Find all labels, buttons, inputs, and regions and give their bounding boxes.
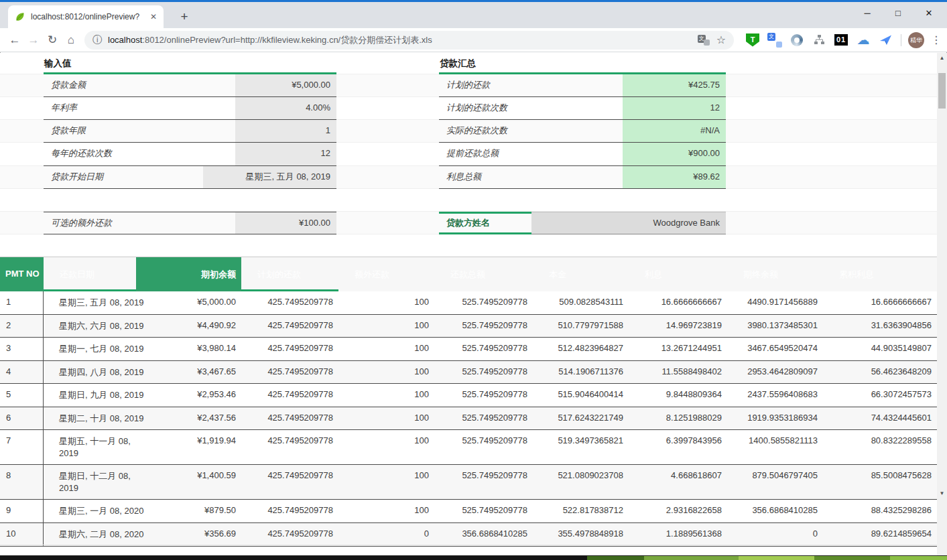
toolbar-divider — [901, 34, 901, 46]
page-info-icon[interactable]: ⓘ — [92, 34, 102, 46]
summary-value: ¥89.62 — [623, 166, 726, 188]
schedule-cell: 1 — [0, 291, 44, 314]
input-row: 贷款年限 1 — [44, 120, 336, 143]
scroll-down-icon[interactable]: ▼ — [937, 488, 947, 499]
vertical-scrollbar[interactable]: ▲ ▼ — [937, 53, 947, 556]
tab-close-icon[interactable]: ✕ — [150, 12, 157, 21]
extension-swirl-icon[interactable] — [790, 33, 804, 48]
schedule-cell: 3 — [0, 338, 44, 360]
home-icon[interactable]: ⌂ — [62, 33, 80, 47]
url-host: localhost — [108, 35, 142, 45]
schedule-cell: 525.7495209778 — [434, 315, 533, 336]
schedule-cell: 519.3497365821 — [533, 430, 629, 451]
schedule-cell: 星期六, 六月 08, 2019 — [44, 315, 136, 338]
schedule-header-cell: PMT NO — [0, 257, 44, 291]
translate-page-icon[interactable]: 文 — [698, 35, 710, 46]
extension-sitemap-icon[interactable] — [812, 33, 826, 48]
schedule-cell: 512.4823964827 — [533, 338, 629, 358]
scrollbar-thumb[interactable] — [938, 73, 946, 109]
schedule-cell: 521.0809023708 — [533, 465, 629, 486]
schedule-cell: 1919.9353186934 — [727, 407, 823, 428]
desktop-wallpaper-edge — [0, 555, 947, 560]
extension-translate-icon[interactable]: 文 — [767, 33, 782, 48]
schedule-row: 5星期日, 九月 08, 2019¥2,953.46425.7495209778… — [0, 384, 937, 407]
schedule-cell: 星期日, 九月 08, 2019 — [44, 384, 136, 407]
schedule-cell: ¥3,467.65 — [136, 361, 241, 382]
schedule-cell: 425.7495209778 — [241, 430, 338, 451]
input-value: 12 — [235, 143, 336, 165]
schedule-cell: 2953.4642809097 — [727, 361, 823, 382]
browser-tab[interactable]: localhost:8012/onlinePreview? ✕ — [8, 5, 164, 28]
schedule-cell: 425.7495209778 — [241, 384, 338, 405]
minimize-button[interactable]: ─ — [852, 2, 883, 25]
schedule-row: 8星期日, 十二月 08, 2019¥1,400.59425.749520977… — [0, 465, 937, 500]
scroll-up-icon[interactable]: ▲ — [937, 53, 947, 64]
address-bar[interactable]: ⓘ localhost:8012/onlinePreview?url=http:… — [84, 31, 734, 50]
schedule-cell: 100 — [338, 291, 434, 312]
schedule-cell: 879.5046797405 — [727, 465, 823, 486]
schedule-cell: 74.4324445601 — [823, 407, 937, 428]
summary-label: 实际的还款次数 — [439, 120, 623, 142]
schedule-row: 6星期二, 十月 08, 2019¥2,437.56425.7495209778… — [0, 407, 937, 431]
input-label: 年利率 — [44, 97, 235, 119]
schedule-cell: ¥3,980.14 — [136, 338, 241, 358]
schedule-cell: ¥5,000.00 — [136, 291, 241, 312]
schedule-header-cell: 额外还款 — [338, 257, 434, 291]
schedule-cell: 3467.6549520474 — [727, 338, 823, 358]
input-label: 每年的还款次数 — [44, 143, 235, 165]
schedule-row: 10星期六, 二月 08, 2020¥356.69425.74952097780… — [0, 523, 937, 547]
preview-content: 输入值 贷款汇总 贷款金额 ¥5,000.00 年利率 4.00% 贷款年限 1… — [0, 53, 937, 556]
schedule-cell: 8.1251988029 — [629, 407, 727, 428]
schedule-cell: 425.7495209778 — [241, 500, 338, 520]
schedule-cell: 100 — [338, 384, 434, 405]
browser-window: localhost:8012/onlinePreview? ✕ + ─ □ ✕ … — [0, 0, 947, 560]
extension-01-badge[interactable]: 01 — [834, 33, 848, 48]
schedule-cell: 5 — [0, 384, 44, 407]
schedule-cell: 星期三, 五月 08, 2019 — [44, 291, 136, 314]
schedule-cell: ¥1,400.59 — [136, 465, 241, 486]
forward-icon[interactable]: → — [24, 33, 43, 47]
schedule-cell: 80.8322289558 — [823, 430, 937, 451]
schedule-cell: 425.7495209778 — [241, 465, 338, 486]
profile-avatar[interactable]: 精华 — [908, 32, 924, 48]
schedule-cell: 100 — [338, 430, 434, 451]
schedule-cell: 425.7495209778 — [241, 361, 338, 382]
window-controls: ─ □ ✕ — [852, 2, 944, 25]
schedule-cell: 66.3072457573 — [823, 384, 937, 405]
schedule-cell: 525.7495209778 — [434, 291, 533, 312]
close-button[interactable]: ✕ — [913, 2, 944, 25]
schedule-body: 1星期三, 五月 08, 2019¥5,000.00425.7495209778… — [0, 291, 937, 547]
extension-cloud-icon[interactable]: ☁ — [856, 33, 871, 48]
schedule-cell: 星期三, 一月 08, 2020 — [44, 500, 136, 522]
maximize-button[interactable]: □ — [883, 2, 913, 25]
schedule-cell: 9 — [0, 500, 44, 522]
schedule-cell: 525.7495209778 — [434, 500, 533, 520]
lender-row: 贷款方姓名 Woodgrove Bank — [439, 212, 726, 234]
extension-bird-icon[interactable] — [878, 33, 893, 48]
schedule-cell: 星期五, 十一月 08, 2019 — [44, 430, 136, 464]
browser-menu-icon[interactable]: ⋮ — [931, 33, 942, 46]
reload-icon[interactable]: ↻ — [43, 33, 62, 47]
schedule-cell: 509.0828543111 — [533, 291, 629, 312]
input-row: 每年的还款次数 12 — [44, 143, 336, 166]
bookmark-star-icon[interactable]: ☆ — [716, 33, 726, 46]
schedule-cell: 4.668618607 — [629, 465, 727, 486]
schedule-cell: 2.9316822658 — [629, 500, 727, 520]
schedule-header-cell: 还款总额 — [434, 257, 533, 291]
back-icon[interactable]: ← — [5, 33, 24, 47]
schedule-cell: ¥356.69 — [136, 523, 241, 544]
new-tab-button[interactable]: + — [176, 8, 193, 25]
trailing-row-line — [0, 545, 937, 545]
schedule-cell: 0 — [338, 523, 434, 544]
url-path: :8012/onlinePreview?url=http://kkfilevie… — [142, 35, 432, 45]
schedule-cell: 16.6666666667 — [629, 291, 727, 312]
schedule-cell: 2437.5596408683 — [727, 384, 823, 405]
extra-payment-row: 可选的额外还款 ¥100.00 — [44, 212, 336, 234]
schedule-cell: 522.817838712 — [533, 500, 629, 520]
schedule-cell: ¥1,919.94 — [136, 430, 241, 451]
schedule-cell: 525.7495209778 — [434, 407, 533, 428]
extra-payment-label: 可选的额外还款 — [44, 212, 235, 234]
schedule-header-cell: 还款日期 — [44, 257, 136, 291]
schedule-cell: 星期二, 十月 08, 2019 — [44, 407, 136, 430]
extension-shield-icon[interactable]: T — [745, 33, 760, 48]
